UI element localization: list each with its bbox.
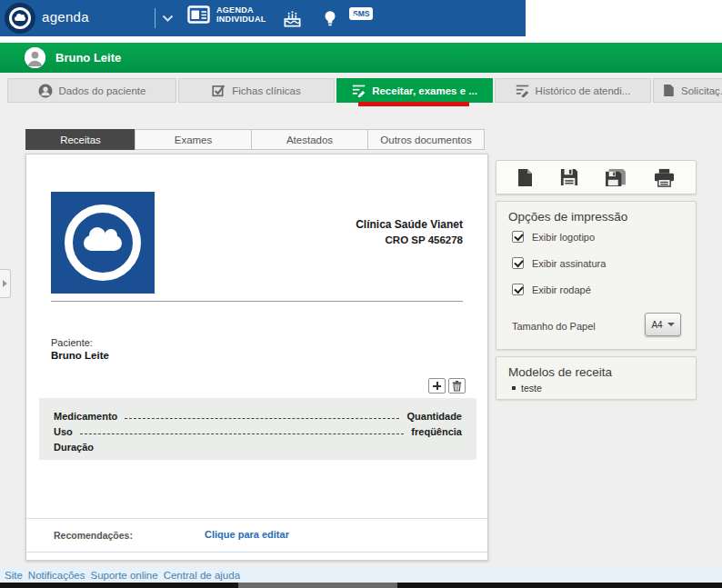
edit-recommendations-link[interactable]: Clique para editar — [205, 529, 289, 540]
tab-historico-de-atendimento[interactable]: Histórico de atendi... — [495, 78, 651, 103]
birthdays-icon[interactable] — [282, 8, 303, 29]
app-logo-icon[interactable] — [5, 3, 35, 34]
subtab-receitas[interactable]: Receitas — [25, 129, 135, 150]
usage-label: Uso — [54, 426, 73, 437]
subtab-atestados[interactable]: Atestados — [251, 129, 368, 150]
document-type-tabs: Receitas Exames Atestados Outros documen… — [25, 129, 485, 150]
duration-label: Duração — [54, 442, 94, 453]
print-button[interactable] — [652, 166, 677, 189]
paper-size-label: Tamanho do Papel — [512, 321, 596, 332]
tab-label: Solicitaç... — [681, 85, 722, 96]
footer-link-central-de-ajuda[interactable]: Central de ajuda — [164, 570, 240, 581]
logo-ring — [9, 7, 31, 29]
agenda-individual-button[interactable]: AGENDA INDIVIDUAL — [187, 5, 266, 24]
new-document-button[interactable] — [516, 166, 535, 189]
paper-size-dropdown[interactable]: A4 — [645, 313, 681, 336]
footer-link-notificacoes[interactable]: Notificações — [28, 570, 85, 581]
checkbox-exibir-rodape[interactable]: Exibir rodapé — [512, 284, 591, 295]
templates-title: Modelos de receita — [508, 365, 612, 379]
document-icon — [663, 84, 675, 97]
topbar: agenda AGENDA INDIVIDUAL — [0, 0, 526, 36]
calendar-icon — [187, 5, 210, 24]
tab-label: Dados do paciente — [59, 85, 146, 96]
header-divider — [51, 301, 463, 302]
medication-fields[interactable]: Medicamento Quantidade Uso freqüência Du… — [39, 398, 476, 460]
trash-icon — [452, 380, 462, 392]
clinic-logo — [51, 192, 155, 294]
footer: Site Notificações Suporte online Central… — [0, 567, 722, 583]
save-all-button[interactable] — [603, 166, 628, 189]
delete-medication-button[interactable] — [448, 378, 466, 394]
recommendations-divider-bottom — [26, 552, 487, 553]
subtab-label: Atestados — [286, 135, 333, 145]
agenda-individual-label-line1: AGENDA — [216, 5, 266, 15]
save-button[interactable] — [558, 166, 580, 188]
sms-icon[interactable]: SMS — [349, 7, 373, 36]
prescription-templates-panel: Modelos de receita teste — [496, 356, 697, 400]
save-icon — [560, 168, 578, 186]
footer-link-suporte-online[interactable]: Suporte online — [90, 570, 157, 581]
template-item[interactable]: teste — [512, 383, 542, 394]
paper-size-value: A4 — [651, 320, 662, 330]
duration-row: Duração — [54, 437, 462, 453]
clinic-info: Clínica Saúde Vianet CRO SP 456278 — [356, 218, 463, 245]
checkbox-label: Exibir assinatura — [532, 258, 606, 269]
cloud-icon — [15, 16, 25, 21]
prescription-icon — [516, 84, 529, 97]
footer-link-site[interactable]: Site — [5, 570, 23, 581]
document-toolbar — [496, 160, 697, 194]
cloud-icon — [84, 235, 122, 251]
print-options-title: Opções de impressão — [508, 210, 627, 224]
app-window: agenda AGENDA INDIVIDUAL — [0, 0, 722, 588]
taskbar-segment — [238, 583, 397, 588]
prescription-icon — [352, 84, 366, 97]
tab-bar: Dados do paciente Fichas clínicas Receit… — [0, 78, 722, 103]
tab-label: Fichas clínicas — [232, 85, 300, 96]
clinic-name: Clínica Saúde Vianet — [356, 218, 463, 231]
tab-label: Receitar, exames e ... — [372, 85, 477, 96]
add-medication-button[interactable] — [428, 378, 446, 394]
new-document-icon — [517, 168, 533, 187]
print-options-panel: Opções de impressão Exibir logotipo Exib… — [496, 201, 697, 350]
tab-dados-do-paciente[interactable]: Dados do paciente — [7, 78, 176, 103]
tab-solicitacoes[interactable]: Solicitaç... — [653, 78, 722, 103]
tab-fichas-clinicas[interactable]: Fichas clínicas — [178, 78, 335, 103]
checkbox-label: Exibir logotipo — [532, 232, 595, 243]
subtab-exames[interactable]: Exames — [135, 129, 252, 150]
checkbox-label: Exibir rodapé — [532, 284, 591, 295]
taskbar-strip — [0, 583, 722, 588]
chevron-down-icon[interactable] — [162, 15, 174, 23]
person-icon — [38, 84, 53, 98]
checkbox-icon — [512, 284, 524, 295]
logo-ring — [65, 204, 141, 281]
active-tab-underline — [358, 102, 469, 106]
quantity-label: Quantidade — [406, 411, 462, 422]
topbar-divider — [155, 8, 155, 28]
clinic-registration: CRO SP 456278 — [356, 234, 463, 245]
recommendations-divider-top — [26, 518, 487, 519]
medication-actions — [428, 378, 466, 394]
checkbox-exibir-assinatura[interactable]: Exibir assinatura — [512, 257, 606, 269]
checkbox-exibir-logotipo[interactable]: Exibir logotipo — [512, 231, 595, 243]
app-title: agenda — [42, 9, 89, 25]
lightbulb-icon[interactable] — [320, 8, 340, 29]
medication-row: Medicamento Quantidade — [54, 406, 462, 422]
patient-header: Bruno Leite — [0, 43, 722, 73]
checkbox-check-icon — [212, 84, 226, 97]
subtab-label: Receitas — [60, 135, 101, 145]
usage-row: Uso freqüência — [54, 422, 462, 437]
subtab-outros-documentos[interactable]: Outros documentos — [367, 129, 485, 150]
checkbox-icon — [512, 257, 524, 269]
tab-receitar-exames[interactable]: Receitar, exames e ... — [336, 78, 493, 103]
dotted-line — [125, 418, 399, 419]
frequency-label: freqüência — [411, 426, 462, 437]
sidebar-expander[interactable] — [0, 269, 11, 298]
checkbox-icon — [512, 231, 524, 243]
bullet-icon — [512, 386, 516, 390]
recommendations-label: Recomendações: — [54, 530, 133, 541]
tab-label: Histórico de atendi... — [536, 85, 631, 96]
medication-label: Medicamento — [54, 411, 117, 422]
subtab-label: Outros documentos — [380, 135, 471, 145]
save-all-icon — [605, 168, 627, 187]
caret-down-icon — [667, 323, 675, 326]
